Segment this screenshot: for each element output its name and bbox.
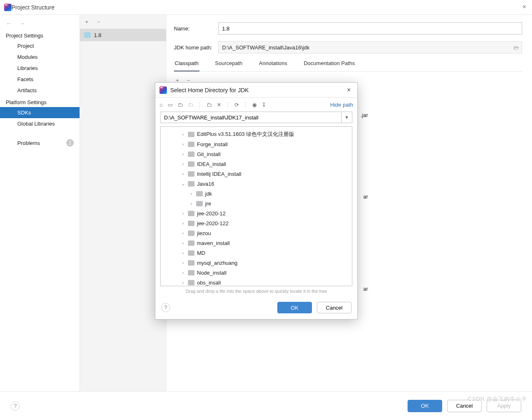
dialog-titlebar: Select Home Directory for JDK ✕ (155, 83, 357, 98)
refresh-icon[interactable]: ⟳ (234, 102, 239, 108)
remove-icon[interactable]: － (96, 18, 101, 26)
sidebar-item-project[interactable]: Project (0, 40, 80, 51)
sidebar-item-sdks[interactable]: SDKs (0, 107, 80, 118)
chevron-right-icon[interactable]: › (180, 260, 185, 265)
cancel-button[interactable]: Cancel (447, 400, 482, 412)
home-icon[interactable]: ⌂ (159, 102, 163, 108)
chevron-right-icon[interactable]: › (189, 201, 194, 206)
sidebar: ← → Project Settings Project Modules Lib… (0, 15, 80, 391)
tree-item[interactable]: ›EditPlus v3.51.1603 绿色中文汉化注册版 (162, 129, 350, 139)
sidebar-item-modules[interactable]: Modules (0, 51, 80, 63)
chevron-right-icon[interactable]: › (180, 221, 185, 226)
folder-icon (188, 181, 195, 187)
tree-item-label: MD (197, 250, 205, 256)
chevron-right-icon[interactable]: › (189, 191, 194, 196)
ext-icon[interactable]: ↧ (262, 102, 266, 108)
sidebar-item-facets[interactable]: Facets (0, 74, 80, 85)
chevron-right-icon[interactable]: › (180, 161, 185, 166)
folder-icon (196, 201, 203, 206)
close-icon[interactable]: ✕ (520, 4, 528, 11)
delete-icon[interactable]: ✕ (217, 102, 221, 108)
tree-item[interactable]: ›jdk (162, 189, 350, 198)
ok-button[interactable]: OK (277, 302, 312, 313)
folder-icon (188, 231, 195, 236)
chevron-right-icon[interactable]: › (180, 280, 185, 285)
directory-tree[interactable]: ›EditPlus v3.51.1603 绿色中文汉化注册版›Forge_ins… (160, 126, 352, 286)
sdk-item[interactable]: 1.8 (80, 29, 166, 41)
tab-sourcepath[interactable]: Sourcepath (214, 60, 244, 71)
path-input[interactable] (161, 112, 341, 123)
path-history-icon[interactable]: ▾ (341, 112, 352, 123)
tree-item-label: obs_insall (197, 280, 221, 286)
tree-item-label: jee-2020-122 (197, 220, 229, 226)
name-input[interactable] (218, 22, 522, 35)
path-input-wrap: ▾ (160, 112, 352, 123)
apply-button[interactable]: Apply (487, 400, 521, 412)
tree-item-label: mysql_anzhuang (197, 260, 237, 266)
problems-badge: 1 (66, 139, 74, 147)
app-icon (4, 4, 12, 11)
sidebar-item-problems[interactable]: Problems 1 (0, 137, 80, 149)
desktop-icon[interactable]: ▭ (168, 102, 173, 108)
jdk-path-field[interactable]: D:\A_SOFTWARE_install\Java16\jdk 🗁 (218, 41, 522, 54)
tree-item[interactable]: ›Node_install (162, 268, 350, 278)
chevron-right-icon[interactable]: › (180, 171, 185, 176)
jar-fragment: ar (363, 194, 368, 200)
tree-item-label: Intellij IDEA_install (197, 171, 241, 177)
show-hidden-icon[interactable]: ◉ (252, 102, 257, 108)
tree-item[interactable]: ›jee-2020-12 (162, 208, 350, 218)
tree-item[interactable]: ›jee-2020-122 (162, 218, 350, 228)
chevron-right-icon[interactable]: › (180, 250, 185, 255)
tree-item[interactable]: ›mysql_anzhuang (162, 258, 350, 268)
chevron-down-icon[interactable]: ⌄ (180, 181, 185, 187)
chevron-right-icon[interactable]: › (180, 152, 185, 156)
cancel-button[interactable]: Cancel (317, 302, 352, 313)
tree-item[interactable]: ›IDEA_install (162, 159, 350, 169)
tree-item[interactable]: ›jiezou (162, 228, 350, 238)
ok-button[interactable]: OK (408, 400, 442, 412)
sdk-name: 1.8 (94, 32, 101, 38)
chevron-right-icon[interactable]: › (180, 142, 185, 147)
module-icon[interactable]: 🗀 (188, 102, 193, 108)
sidebar-item-global-libraries[interactable]: Global Libraries (0, 118, 80, 129)
chevron-right-icon[interactable]: › (180, 240, 185, 245)
help-icon[interactable]: ? (161, 303, 170, 312)
add-icon[interactable]: ＋ (84, 18, 89, 26)
tree-item[interactable]: ›Forge_install (162, 139, 350, 149)
chevron-right-icon[interactable]: › (180, 211, 185, 216)
tree-item-label: Java16 (197, 181, 214, 187)
tree-item-label: EditPlus v3.51.1603 绿色中文汉化注册版 (197, 131, 294, 138)
jar-fragment: .jar (361, 112, 368, 118)
tree-item[interactable]: ›maven_install (162, 238, 350, 248)
sidebar-item-libraries[interactable]: Libraries (0, 63, 80, 74)
close-icon[interactable]: ✕ (347, 87, 353, 93)
footer: ? OK Cancel Apply (0, 391, 532, 420)
project-icon[interactable]: 🗀 (178, 102, 183, 108)
help-icon[interactable]: ? (11, 401, 20, 411)
sidebar-item-artifacts[interactable]: Artifacts (0, 85, 80, 96)
tab-documentation[interactable]: Documentation Paths (303, 60, 356, 71)
tree-item[interactable]: ›Git_install (162, 149, 350, 159)
chevron-right-icon[interactable]: › (180, 132, 185, 137)
window-title: Project Structure (12, 4, 520, 11)
tree-item[interactable]: ⌄Java16 (162, 179, 350, 189)
nav-back-icon[interactable]: ← (6, 20, 12, 27)
nav-forward-icon[interactable]: → (19, 20, 26, 27)
tree-item[interactable]: ›Intellij IDEA_install (162, 169, 350, 179)
chevron-right-icon[interactable]: › (180, 231, 185, 236)
nav-arrows: ← → (0, 17, 80, 29)
chevron-right-icon[interactable]: › (180, 270, 185, 275)
tab-classpath[interactable]: Classpath (174, 60, 199, 72)
dialog-title: Select Home Directory for JDK (170, 87, 343, 93)
section-project-settings: Project Settings (0, 29, 80, 40)
tab-annotations[interactable]: Annotations (258, 60, 288, 71)
folder-icon (188, 221, 195, 226)
tree-item[interactable]: ›jre (162, 198, 350, 208)
browse-folder-icon[interactable]: 🗁 (510, 44, 522, 51)
hide-path-link[interactable]: Hide path (330, 102, 353, 108)
new-folder-icon[interactable]: 🗀 (206, 102, 212, 108)
problems-label: Problems (17, 140, 40, 146)
folder-icon (84, 32, 91, 38)
tree-item[interactable]: ›obs_insall (162, 278, 350, 286)
tree-item[interactable]: ›MD (162, 248, 350, 258)
